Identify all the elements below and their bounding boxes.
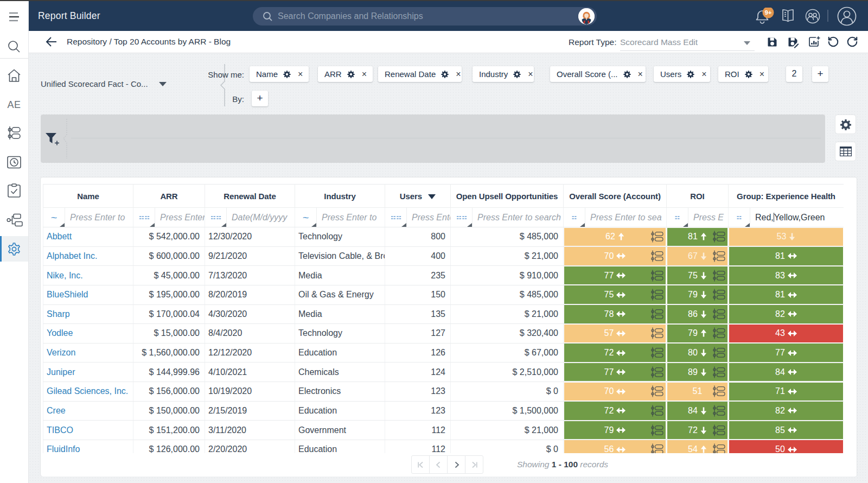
svg-text:9+: 9+ bbox=[764, 9, 771, 16]
